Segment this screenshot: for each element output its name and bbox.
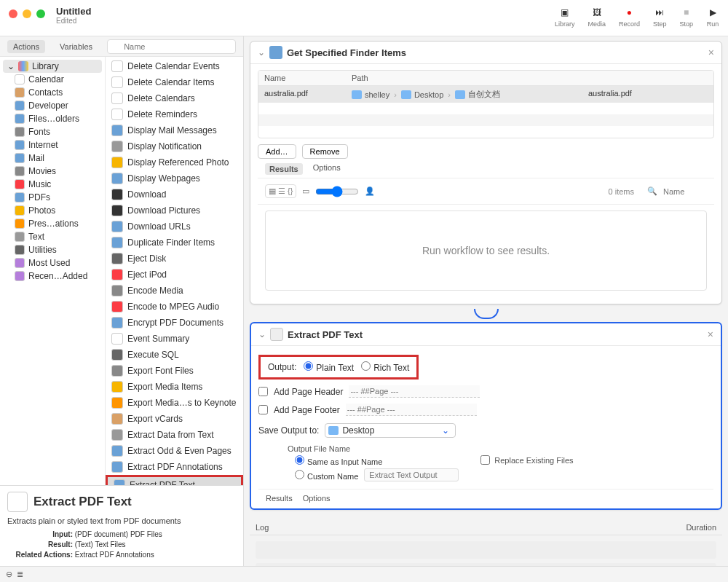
media-button[interactable]: 🖼Media [587, 6, 606, 28]
log-table: LogDuration [250, 520, 722, 566]
sidebar-item-music[interactable]: Music [0, 178, 105, 191]
zoom-icon[interactable] [36, 9, 45, 18]
header-field[interactable] [349, 385, 480, 398]
action-item[interactable]: Extract Odd & Even Pages [106, 443, 243, 459]
status-bar: ⊖ ≣ [0, 566, 728, 582]
results-search[interactable] [663, 187, 707, 196]
action-item[interactable]: Encrypt PDF Documents [106, 315, 243, 331]
sidebar-item-recenadded[interactable]: Recen…Added [0, 270, 105, 283]
pdf-icon [7, 492, 28, 512]
action-extract-pdf-text: ⌄ Extract PDF Text × Output: Plain Text … [250, 322, 722, 510]
results-tab[interactable]: Results [265, 163, 303, 175]
path-breadcrumb: shelley Desktop 自创文档 [346, 86, 582, 103]
same-name-radio[interactable]: Same as Input Name [295, 455, 459, 466]
action-item[interactable]: Extract PDF Annotations [106, 459, 243, 475]
window-controls [9, 9, 45, 18]
disclosure-icon[interactable]: ⌄ [258, 329, 266, 339]
close-icon[interactable] [9, 9, 17, 18]
flow-icon[interactable]: ≣ [17, 570, 23, 579]
action-item[interactable]: Export Media…s to Keynote [106, 395, 243, 411]
custom-name-radio[interactable]: Custom Name [295, 470, 358, 481]
folder-icon [328, 426, 339, 435]
rich-text-radio[interactable]: Rich Text [361, 361, 409, 373]
pdf-icon [270, 328, 283, 341]
add-header-checkbox[interactable] [258, 387, 268, 396]
action-item[interactable]: Eject Disk [106, 251, 243, 267]
table-row[interactable]: australia.pdf shelley Desktop 自创文档 austr… [258, 86, 713, 103]
add-button[interactable]: Add… [258, 144, 296, 159]
sidebar-item-calendar[interactable]: Calendar [0, 73, 105, 86]
sidebar-item-contacts[interactable]: Contacts [0, 86, 105, 99]
action-item[interactable]: Display Referenced Photo [106, 154, 243, 170]
sidebar-item-fonts[interactable]: Fonts [0, 125, 105, 138]
disclosure-icon[interactable]: ⌄ [258, 47, 265, 58]
remove-button[interactable]: Remove [302, 144, 348, 159]
action-item[interactable]: Download URLs [106, 219, 243, 235]
chevron-down-icon: ⌄ [442, 425, 449, 436]
sidebar-item-mail[interactable]: Mail [0, 152, 105, 165]
log-toggle-icon[interactable]: ⊖ [6, 570, 12, 579]
action-item[interactable]: Event Summary [106, 331, 243, 347]
sidebar-item-developer[interactable]: Developer [0, 99, 105, 112]
minimize-icon[interactable] [23, 9, 31, 18]
footer-field[interactable] [346, 404, 477, 416]
step-button[interactable]: ⏭Step [653, 6, 667, 28]
action-item[interactable]: Export Media Items [106, 379, 243, 395]
sidebar-item-presations[interactable]: Pres…ations [0, 217, 105, 230]
action-item[interactable]: Delete Calendars [106, 90, 243, 106]
action-item[interactable]: Delete Calendar Events [106, 58, 243, 74]
plain-text-radio[interactable]: Plain Text [304, 361, 354, 373]
description-pane: Extract PDF Text Extracts plain or style… [0, 485, 243, 566]
sidebar-item-utilities[interactable]: Utilities [0, 243, 105, 256]
zoom-slider[interactable] [315, 186, 359, 197]
record-button[interactable]: ●Record [619, 6, 640, 28]
sidebar-item-mostused[interactable]: Most Used [0, 256, 105, 270]
action-item[interactable]: Encode to MPEG Audio [106, 299, 243, 315]
sidebar-item-photos[interactable]: Photos [0, 204, 105, 217]
output-highlight: Output: Plain Text Rich Text [258, 355, 419, 380]
action-item[interactable]: Export Font Files [106, 363, 243, 379]
action-item[interactable]: Extract PDF Text [106, 475, 243, 485]
action-item[interactable]: Encode Media [106, 283, 243, 299]
close-action-icon[interactable]: × [708, 47, 714, 58]
run-button[interactable]: ▶Run [706, 6, 719, 28]
folder-icon [455, 90, 465, 99]
action-item[interactable]: Display Notification [106, 138, 243, 154]
close-action-icon[interactable]: × [708, 329, 713, 340]
action-item[interactable]: Execute SQL [106, 347, 243, 363]
action-item[interactable]: Delete Reminders [106, 106, 243, 122]
results-tab[interactable]: Results [266, 494, 293, 503]
action-item[interactable]: Eject iPod [106, 267, 243, 283]
library-button[interactable]: ▣Library [555, 6, 575, 28]
sidebar-item-filesolders[interactable]: Files…olders [0, 112, 105, 125]
options-tab[interactable]: Options [313, 163, 341, 175]
options-tab[interactable]: Options [303, 494, 331, 503]
tab-actions[interactable]: Actions [7, 40, 45, 53]
sidebar-item-pdfs[interactable]: PDFs [0, 191, 105, 204]
sidebar-item-movies[interactable]: Movies [0, 165, 105, 178]
sidebar-item-text[interactable]: Text [0, 230, 105, 243]
tab-variables[interactable]: Variables [54, 40, 98, 53]
sidebar-item-library[interactable]: ⌄ Library [3, 60, 102, 73]
action-item[interactable]: Display Mail Messages [106, 122, 243, 138]
window-subtitle: Edited [56, 17, 91, 25]
replace-files-checkbox[interactable] [480, 455, 490, 465]
action-item[interactable]: Export vCards [106, 411, 243, 427]
action-item[interactable]: Delete Calendar Items [106, 74, 243, 90]
search-input[interactable] [107, 39, 236, 54]
action-item[interactable]: Display Webpages [106, 170, 243, 186]
action-item[interactable]: Duplicate Finder Items [106, 235, 243, 251]
view-icons-toggle[interactable]: ▦ ☰ {} [265, 184, 296, 198]
window-title: Untitled [56, 6, 91, 17]
custom-name-field[interactable] [364, 468, 459, 481]
action-item[interactable]: Extract Data from Text [106, 427, 243, 443]
scale-icon[interactable]: ▭ [302, 186, 309, 196]
stop-button[interactable]: ■Stop [679, 6, 693, 28]
action-item[interactable]: Download Pictures [106, 202, 243, 219]
action-item[interactable]: Download [106, 186, 243, 202]
workflow-canvas[interactable]: ⌄ Get Specified Finder Items × NamePath … [244, 36, 728, 566]
sidebar-item-internet[interactable]: Internet [0, 138, 105, 152]
save-folder-dropdown[interactable]: Desktop ⌄ [325, 423, 456, 438]
log-row [256, 541, 716, 559]
add-footer-checkbox[interactable] [258, 405, 268, 414]
